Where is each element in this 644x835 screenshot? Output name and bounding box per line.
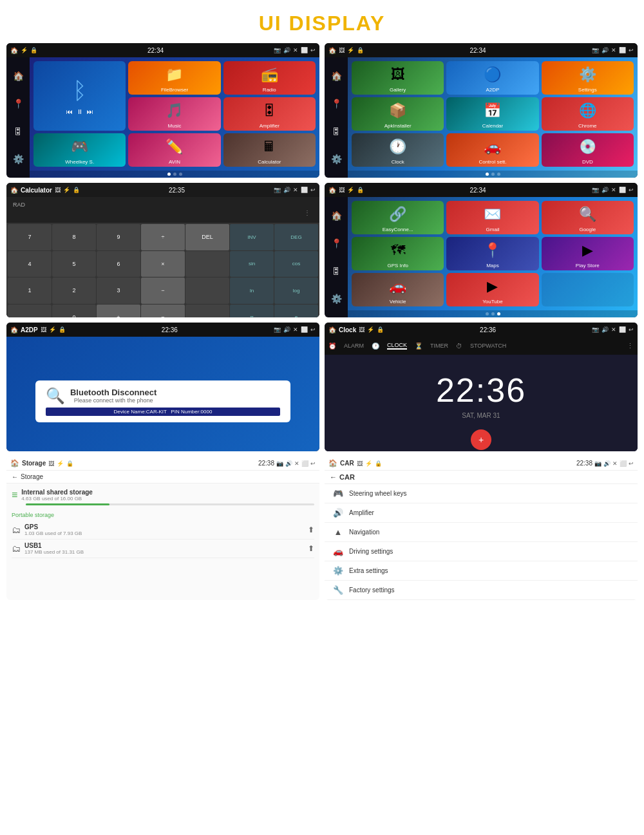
screen-icon-3[interactable]: ⬜ <box>301 187 308 193</box>
app-tile-gpsinfo[interactable]: 🗺 GPS Info <box>352 237 444 270</box>
app-tile-avin[interactable]: ✏️ AVIN <box>128 133 220 167</box>
app-tile-bluetooth[interactable]: ᛒ ⏮⏸⏭ <box>33 61 126 131</box>
home-icon-4[interactable]: 🏠 <box>328 187 336 194</box>
calc-btn-del[interactable]: DEL <box>185 224 229 250</box>
x-icon-1[interactable]: ✕ <box>293 47 298 53</box>
nav-settings-4[interactable]: 🎛 <box>332 266 341 276</box>
x-icon-2[interactable]: ✕ <box>611 47 616 53</box>
app-tile-easyconnect[interactable]: 🔗 EasyConne... <box>352 201 444 234</box>
nav-home-4[interactable]: 🏠 <box>331 211 342 221</box>
calc-btn-div[interactable]: ÷ <box>141 224 185 250</box>
calc-btn-4[interactable]: 4 <box>8 251 52 277</box>
app-tile-settings[interactable]: ⚙️ Settings <box>542 61 634 95</box>
calc-btn-sin[interactable]: sin <box>230 251 274 277</box>
calc-btn-5[interactable]: 5 <box>52 251 96 277</box>
screen-icon-1[interactable]: ⬜ <box>301 47 308 53</box>
calc-btn-1[interactable]: 1 <box>8 277 52 304</box>
usb1-eject-icon[interactable]: ⬆ <box>308 544 314 553</box>
car-back-btn[interactable]: ← <box>330 473 337 481</box>
x-icon-3[interactable]: ✕ <box>293 187 298 193</box>
back-icon-7[interactable]: ↩ <box>310 460 316 467</box>
app-tile-music[interactable]: 🎵 Music <box>128 97 220 131</box>
nav-settings-1[interactable]: 🎛 <box>14 126 23 136</box>
app-tile-calculator[interactable]: 🖩 Calculator <box>223 133 316 167</box>
app-tile-gmail[interactable]: ✉️ Gmail <box>446 201 538 234</box>
clock-fab-button[interactable]: + <box>471 429 491 450</box>
back-icon-5[interactable]: ↩ <box>310 326 316 333</box>
clock-tab-clock[interactable]: CLOCK <box>387 342 407 350</box>
calc-btn-mul[interactable]: × <box>141 251 185 277</box>
back-icon-8[interactable]: ↩ <box>629 460 634 467</box>
car-menu-navigation[interactable]: ▲ Navigation <box>325 523 638 542</box>
app-tile-radio[interactable]: 📻 Radio <box>223 61 316 95</box>
app-tile-calendar[interactable]: 📅 Calendar <box>446 97 538 131</box>
car-menu-factory[interactable]: 🔧 Factory settings <box>325 581 638 600</box>
app-tile-amplifier[interactable]: 🎛 Amplifier <box>223 97 316 131</box>
calc-btn-3[interactable]: 3 <box>97 277 140 304</box>
app-tile-chrome[interactable]: 🌐 Chrome <box>542 97 634 131</box>
app-tile-apkinstaller[interactable]: 📦 ApkInstaller <box>352 97 444 131</box>
nav-gear-1[interactable]: ⚙️ <box>13 154 24 164</box>
x-icon-4[interactable]: ✕ <box>611 187 616 193</box>
calc-btn-0[interactable]: 0 <box>52 305 96 318</box>
calc-btn-6[interactable]: 6 <box>97 251 140 277</box>
nav-location-2[interactable]: 📍 <box>331 99 342 109</box>
back-icon-1[interactable]: ↩ <box>310 47 316 53</box>
car-menu-steering[interactable]: 🎮 Steering wheel keys <box>325 484 638 503</box>
app-tile-youtube[interactable]: ▶ YouTube <box>446 273 538 306</box>
app-tile-gallery[interactable]: 🖼 Gallery <box>352 61 444 95</box>
app-tile-wheelkey[interactable]: 🎮 Wheelkey S. <box>33 133 126 167</box>
screen-icon-8[interactable]: ⬜ <box>620 460 627 467</box>
home-icon-3[interactable]: 🏠 <box>10 187 18 194</box>
app-tile-a2dp[interactable]: 🔵 A2DP <box>446 61 538 95</box>
calc-menu-icon[interactable]: ⋮ <box>304 209 310 216</box>
calc-btn-ln[interactable]: ln <box>230 277 274 304</box>
x-icon-7[interactable]: ✕ <box>294 460 299 467</box>
clock-tab-stopwatch[interactable]: STOPWATCH <box>470 342 506 349</box>
screen-icon-6[interactable]: ⬜ <box>619 326 626 333</box>
calc-btn-9[interactable]: 9 <box>97 224 140 250</box>
nav-settings-2[interactable]: 🎛 <box>332 126 341 136</box>
app-tile-dvd[interactable]: 💿 DVD <box>542 133 634 167</box>
calc-btn-e[interactable]: e <box>274 305 318 318</box>
app-tile-control[interactable]: 🚗 Control sett. <box>446 133 538 167</box>
screen-icon-4[interactable]: ⬜ <box>619 187 626 193</box>
home-icon-7[interactable]: 🏠 <box>10 459 19 467</box>
home-icon-5[interactable]: 🏠 <box>10 326 18 333</box>
x-icon-5[interactable]: ✕ <box>293 326 298 333</box>
app-tile-playstore[interactable]: ▶ Play Store <box>542 237 634 270</box>
calc-btn-eq[interactable]: = <box>141 305 185 318</box>
screen-icon-2[interactable]: ⬜ <box>619 47 626 53</box>
app-tile-clock[interactable]: 🕐 Clock <box>352 133 444 167</box>
calc-btn-cos[interactable]: cos <box>274 251 318 277</box>
nav-home-1[interactable]: 🏠 <box>13 71 24 81</box>
home-icon-6[interactable]: 🏠 <box>328 326 336 333</box>
x-icon-8[interactable]: ✕ <box>612 460 618 467</box>
calc-btn-inv[interactable]: INV <box>230 224 274 250</box>
calc-btn-log[interactable]: log <box>274 277 318 304</box>
calc-btn-dot[interactable]: . <box>8 305 52 318</box>
screen-icon-5[interactable]: ⬜ <box>301 326 308 333</box>
nav-location-1[interactable]: 📍 <box>13 99 24 109</box>
app-tile-vehicle[interactable]: 🚗 Vehicle <box>352 273 444 306</box>
gps-eject-icon[interactable]: ⬆ <box>308 525 314 534</box>
back-icon-4[interactable]: ↩ <box>629 187 634 193</box>
nav-home-2[interactable]: 🏠 <box>331 71 342 81</box>
calc-btn-sub[interactable]: − <box>141 277 185 304</box>
clock-tab-alarm[interactable]: ALARM <box>344 342 364 349</box>
car-menu-amplifier[interactable]: 🔊 Amplifier <box>325 503 638 523</box>
nav-location-4[interactable]: 📍 <box>331 238 342 249</box>
calc-btn-8[interactable]: 8 <box>52 224 96 250</box>
calc-btn-add[interactable]: + <box>97 305 140 318</box>
calc-btn-2[interactable]: 2 <box>52 277 96 304</box>
screen-icon-7[interactable]: ⬜ <box>301 460 308 467</box>
storage-back-btn[interactable]: ← <box>12 473 18 480</box>
app-tile-google[interactable]: 🔍 Google <box>542 201 634 234</box>
clock-tab-timer[interactable]: TIMER <box>430 342 448 349</box>
back-icon-3[interactable]: ↩ <box>310 187 316 193</box>
nav-gear-4[interactable]: ⚙️ <box>331 294 342 304</box>
clock-more-icon[interactable]: ⋮ <box>627 342 634 350</box>
calc-btn-deg[interactable]: DEG <box>274 224 318 250</box>
calc-btn-pi[interactable]: π <box>230 305 274 318</box>
car-menu-extra[interactable]: ⚙️ Extra settings <box>325 561 638 581</box>
